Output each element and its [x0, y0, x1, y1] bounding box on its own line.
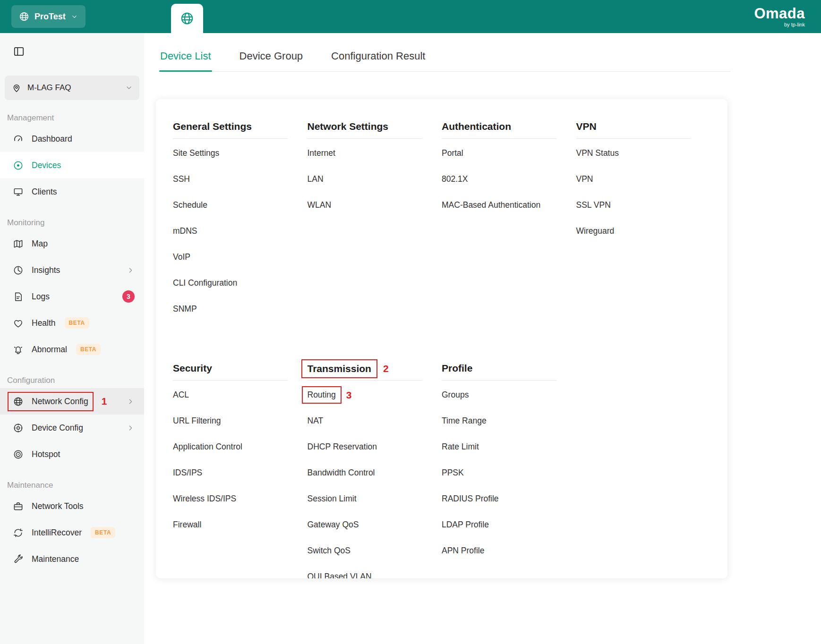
- sidebar-item-logs[interactable]: Logs3: [0, 283, 144, 310]
- menu-items: Routing3NATDHCP ReservationBandwidth Con…: [308, 382, 422, 578]
- menu-item-ids-ips[interactable]: IDS/IPS: [173, 460, 288, 486]
- menu-item-wireguard[interactable]: Wireguard: [576, 218, 691, 244]
- globe-icon: [19, 11, 29, 22]
- site-name: ProTest: [34, 12, 66, 22]
- menu-item-apn-profile[interactable]: APN Profile: [442, 538, 556, 564]
- tab-bar: Device ListDevice GroupConfiguration Res…: [159, 43, 730, 72]
- sidebar-section-label: Management: [7, 113, 144, 123]
- menu-item-oui-based-vlan[interactable]: OUI Based VLAN: [308, 564, 422, 578]
- menu-item-acl[interactable]: ACL: [173, 382, 288, 408]
- menu-item-site-settings[interactable]: Site Settings: [173, 140, 288, 166]
- menu-item-ssh[interactable]: SSH: [173, 166, 288, 192]
- menu-item-radius-profile[interactable]: RADIUS Profile: [442, 486, 556, 512]
- sidebar-item-label: IntelliRecover: [32, 528, 82, 538]
- menu-item-wireless-ids-ips[interactable]: Wireless IDS/IPS: [173, 486, 288, 512]
- sidebar-collapse-icon[interactable]: [13, 45, 25, 58]
- menu-items: ACLURL FilteringApplication ControlIDS/I…: [173, 382, 288, 538]
- menu-item-vpn-status[interactable]: VPN Status: [576, 140, 691, 166]
- menu-items: Portal802.1XMAC-Based Authentication: [442, 140, 556, 218]
- active-site-tab[interactable]: [171, 4, 203, 33]
- sidebar: M-LAG FAQ ManagementDashboardDevicesClie…: [0, 33, 144, 644]
- sidebar-item-label: Device Config: [32, 423, 83, 433]
- faq-label: M-LAG FAQ: [27, 83, 71, 93]
- menu-section-title: Profile: [442, 363, 556, 381]
- sidebar-item-label: Dashboard: [32, 134, 72, 144]
- menu-section-title-text: Transmission: [308, 363, 371, 374]
- menu-item-lan[interactable]: LAN: [308, 166, 422, 192]
- tab-device-group[interactable]: Device Group: [239, 43, 304, 71]
- sidebar-item-intellirecover[interactable]: IntelliRecoverBETA: [0, 519, 144, 546]
- sidebar-item-map[interactable]: Map: [0, 230, 144, 257]
- sidebar-item-label: Health: [32, 318, 56, 328]
- menu-section-title-text: General Settings: [173, 121, 252, 132]
- menu-item-firewall[interactable]: Firewall: [173, 512, 288, 538]
- sidebar-item-insights[interactable]: Insights: [0, 257, 144, 283]
- sidebar-item-network-config[interactable]: Network Config1: [0, 388, 144, 415]
- menu-item-dhcp-reservation[interactable]: DHCP Reservation: [308, 434, 422, 460]
- faq-selector[interactable]: M-LAG FAQ: [5, 76, 139, 100]
- menu-item-mac-based-authentication[interactable]: MAC-Based Authentication: [442, 192, 556, 218]
- notification-badge: 3: [122, 290, 135, 303]
- sidebar-section-label: Maintenance: [7, 481, 144, 490]
- sidebar-section-label: Monitoring: [7, 218, 144, 228]
- sidebar-item-maintenance[interactable]: Maintenance: [0, 546, 144, 572]
- menu-item-gateway-qos[interactable]: Gateway QoS: [308, 512, 422, 538]
- menu-item-portal[interactable]: Portal: [442, 140, 556, 166]
- menu-item-application-control[interactable]: Application Control: [173, 434, 288, 460]
- menu-item-bandwidth-control[interactable]: Bandwidth Control: [308, 460, 422, 486]
- menu-item-vpn[interactable]: VPN: [576, 166, 691, 192]
- menu-item-internet[interactable]: Internet: [308, 140, 422, 166]
- chevron-right-icon: [127, 398, 135, 406]
- sidebar-item-dashboard[interactable]: Dashboard: [0, 126, 144, 152]
- annotation-number: 1: [102, 396, 107, 407]
- menu-item-schedule[interactable]: Schedule: [173, 192, 288, 218]
- site-selector[interactable]: ProTest: [11, 5, 86, 28]
- menu-item-url-filtering[interactable]: URL Filtering: [173, 408, 288, 434]
- menu-item-ppsk[interactable]: PPSK: [442, 460, 556, 486]
- beta-badge: BETA: [65, 317, 89, 329]
- sidebar-item-devices[interactable]: Devices: [0, 152, 144, 178]
- menu-item-routing[interactable]: Routing3: [308, 382, 422, 408]
- main-content: Device ListDevice GroupConfiguration Res…: [144, 33, 821, 644]
- insights-icon: [13, 265, 24, 276]
- logs-icon: [13, 291, 24, 302]
- menu-item-snmp[interactable]: SNMP: [173, 296, 288, 322]
- sidebar-item-network-tools[interactable]: Network Tools: [0, 493, 144, 519]
- beta-badge: BETA: [76, 344, 101, 355]
- menu-item-time-range[interactable]: Time Range: [442, 408, 556, 434]
- sidebar-item-clients[interactable]: Clients: [0, 178, 144, 205]
- sidebar-item-device-config[interactable]: Device Config: [0, 415, 144, 441]
- menu-items: InternetLANWLAN: [308, 140, 422, 218]
- health-icon: [13, 318, 24, 329]
- menu-section-security: SecurityACLURL FilteringApplication Cont…: [173, 363, 308, 578]
- menu-item-voip[interactable]: VoIP: [173, 244, 288, 270]
- menu-item-switch-qos[interactable]: Switch QoS: [308, 538, 422, 564]
- menu-item-cli-configuration[interactable]: CLI Configuration: [173, 270, 288, 296]
- menu-section-title: Authentication: [442, 121, 556, 139]
- location-pin-icon: [11, 83, 22, 93]
- menu-section-title: Security: [173, 363, 288, 381]
- menu-item-label: Routing: [308, 390, 336, 400]
- globe-icon: [180, 11, 194, 25]
- menu-item-mdns[interactable]: mDNS: [173, 218, 288, 244]
- menu-item-ldap-profile[interactable]: LDAP Profile: [442, 512, 556, 538]
- menu-item-groups[interactable]: Groups: [442, 382, 556, 408]
- menu-section-title-text: Profile: [442, 363, 472, 374]
- map-icon: [13, 238, 24, 249]
- tab-configuration-result[interactable]: Configuration Result: [330, 43, 426, 71]
- menu-section-title-text: Network Settings: [308, 121, 389, 132]
- tab-device-list[interactable]: Device List: [159, 43, 212, 71]
- menu-section-transmission: Transmission2Routing3NATDHCP Reservation…: [308, 363, 442, 578]
- menu-item-wlan[interactable]: WLAN: [308, 192, 422, 218]
- menu-item-rate-limit[interactable]: Rate Limit: [442, 434, 556, 460]
- sidebar-item-abnormal[interactable]: AbnormalBETA: [0, 336, 144, 363]
- menu-item-session-limit[interactable]: Session Limit: [308, 486, 422, 512]
- sidebar-item-hotspot[interactable]: Hotspot: [0, 441, 144, 467]
- sidebar-item-health[interactable]: HealthBETA: [0, 310, 144, 336]
- sidebar-item-label: Network Tools: [32, 501, 84, 511]
- menu-item-802-1x[interactable]: 802.1X: [442, 166, 556, 192]
- menu-section-title: General Settings: [173, 121, 288, 139]
- chevron-down-icon: [71, 13, 78, 20]
- menu-item-nat[interactable]: NAT: [308, 408, 422, 434]
- menu-item-ssl-vpn[interactable]: SSL VPN: [576, 192, 691, 218]
